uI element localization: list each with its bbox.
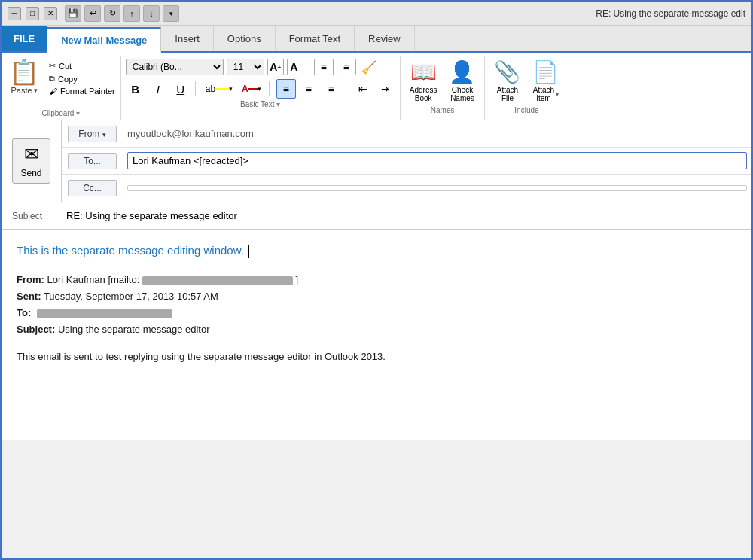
decrease-indent-button[interactable]: ⇤ bbox=[353, 79, 373, 99]
redo-icon[interactable]: ↻ bbox=[104, 5, 120, 22]
check-names-button[interactable]: 👤 CheckNames bbox=[444, 57, 480, 105]
names-group: 📖 AddressBook 👤 CheckNames Names bbox=[401, 56, 486, 120]
to-button[interactable]: To... bbox=[68, 153, 117, 169]
numbered-list-button[interactable]: ≡ bbox=[337, 59, 356, 75]
underline-button[interactable]: U bbox=[171, 79, 191, 99]
quote-to-line: To: bbox=[17, 305, 736, 321]
italic-button[interactable]: I bbox=[148, 79, 168, 99]
save-icon[interactable]: 💾 bbox=[65, 5, 81, 22]
address-book-label: AddressBook bbox=[410, 86, 437, 102]
bold-button[interactable]: B bbox=[126, 79, 145, 99]
window-title: RE: Using the separate message edit bbox=[596, 8, 745, 19]
cut-icon: ✂ bbox=[49, 61, 56, 71]
mail-body[interactable]: This is the separate message editing win… bbox=[2, 230, 751, 440]
quote-body-text: This email is sent to test replying usin… bbox=[17, 351, 386, 362]
include-group: 📎 AttachFile 📄 AttachItem ▾ Include bbox=[485, 56, 568, 120]
subject-label: Subject bbox=[2, 208, 62, 224]
font-size-increase-button[interactable]: A+ bbox=[267, 59, 284, 75]
down-icon[interactable]: ↓ bbox=[143, 5, 160, 22]
attach-item-button[interactable]: 📄 AttachItem ▾ bbox=[528, 57, 563, 105]
basic-text-group-label: Basic Text ▾ bbox=[126, 99, 395, 111]
address-book-icon: 📖 bbox=[410, 59, 437, 84]
quote-subject-value: Using the separate message editor bbox=[58, 324, 210, 335]
mail-quote: From: Lori Kaufman [mailto: ] Sent: Tues… bbox=[17, 272, 736, 365]
quote-from-value: Lori Kaufman [mailto: bbox=[47, 274, 139, 285]
ribbon: 📋 Paste ▾ ✂ Cut ⧉ Copy 🖌 Format Painter bbox=[2, 53, 751, 120]
names-buttons: 📖 AddressBook 👤 CheckNames bbox=[405, 57, 480, 105]
quote-subject-line: Subject: Using the separate message edit… bbox=[17, 321, 736, 338]
quote-from-label: From: bbox=[17, 274, 44, 285]
text-highlight-button[interactable]: ab ▾ bbox=[203, 82, 236, 96]
minimize-button[interactable]: ─ bbox=[8, 7, 21, 20]
close-button[interactable]: ✕ bbox=[44, 7, 57, 20]
from-button[interactable]: From ▾ bbox=[68, 126, 117, 142]
check-names-icon: 👤 bbox=[449, 59, 475, 84]
quote-from-line: From: Lori Kaufman [mailto: ] bbox=[17, 272, 736, 288]
font-size-select[interactable]: 11 bbox=[227, 59, 264, 75]
align-center-button[interactable]: ≡ bbox=[299, 79, 319, 99]
attach-file-label: AttachFile bbox=[497, 86, 518, 102]
maximize-button[interactable]: □ bbox=[26, 7, 39, 20]
tab-format-text[interactable]: Format Text bbox=[276, 26, 355, 51]
undo-icon[interactable]: ↩ bbox=[84, 5, 101, 22]
clipboard-side-buttons: ✂ Cut ⧉ Copy 🖌 Format Painter bbox=[47, 57, 117, 96]
format-row: B I U ab ▾ A ▾ ≡ ≡ ≡ ⇤ ⇥ bbox=[126, 79, 395, 99]
customize-icon[interactable]: ▾ bbox=[163, 5, 179, 22]
paste-button[interactable]: 📋 Paste ▾ bbox=[5, 57, 44, 98]
attach-item-icon: 📄 bbox=[532, 59, 559, 84]
from-arrow-icon[interactable]: ▾ bbox=[102, 131, 106, 138]
tab-options[interactable]: Options bbox=[214, 26, 276, 51]
tab-insert[interactable]: Insert bbox=[161, 26, 214, 51]
font-color-button[interactable]: A ▾ bbox=[239, 82, 264, 96]
cut-button[interactable]: ✂ Cut bbox=[47, 60, 117, 72]
subject-value[interactable]: RE: Using the separate message editor bbox=[62, 207, 751, 224]
send-icon: ✉ bbox=[24, 144, 39, 165]
title-bar: ─ □ ✕ 💾 ↩ ↻ ↑ ↓ ▾ RE: Using the separate… bbox=[2, 2, 751, 26]
cc-button[interactable]: Cc... bbox=[68, 180, 117, 196]
quote-sent-value: Tuesday, September 17, 2013 10:57 AM bbox=[44, 291, 218, 302]
to-field[interactable]: Lori Kaufman <[redacted]> bbox=[127, 152, 747, 169]
increase-indent-button[interactable]: ⇥ bbox=[376, 79, 395, 99]
tab-file[interactable]: FILE bbox=[2, 26, 47, 51]
align-left-button[interactable]: ≡ bbox=[276, 79, 296, 99]
clipboard-expand-icon[interactable]: ▾ bbox=[76, 109, 80, 117]
clipboard-buttons: 📋 Paste ▾ ✂ Cut ⧉ Copy 🖌 Format Painter bbox=[5, 57, 117, 108]
format-painter-button[interactable]: 🖌 Format Painter bbox=[47, 86, 117, 96]
field-rows: From ▾ myoutlook@lorikaufman.com To... L… bbox=[62, 120, 751, 202]
include-group-label: Include bbox=[489, 105, 563, 117]
quote-sent-label: Sent: bbox=[17, 291, 41, 302]
text-cursor bbox=[248, 245, 249, 258]
up-icon[interactable]: ↑ bbox=[123, 5, 140, 22]
basic-text-group: Calibri (Bo... 11 A+ A- ≡ ≡ 🧹 B I U ab ▾… bbox=[121, 56, 401, 120]
names-group-label: Names bbox=[405, 105, 480, 117]
clear-formatting-icon[interactable]: 🧹 bbox=[359, 57, 379, 77]
address-book-button[interactable]: 📖 AddressBook bbox=[405, 57, 442, 105]
attach-item-label: AttachItem bbox=[533, 86, 554, 102]
subject-row: Subject RE: Using the separate message e… bbox=[2, 202, 751, 229]
ribbon-tabs: FILE New Mail Message Insert Options For… bbox=[2, 26, 751, 53]
font-size-decrease-button[interactable]: A- bbox=[287, 59, 303, 75]
quote-subject-label: Subject: bbox=[17, 324, 55, 335]
attach-file-icon: 📎 bbox=[494, 59, 520, 84]
include-buttons: 📎 AttachFile 📄 AttachItem ▾ bbox=[489, 57, 563, 105]
paste-icon: 📋 bbox=[9, 60, 39, 84]
attach-file-button[interactable]: 📎 AttachFile bbox=[489, 57, 525, 105]
send-button[interactable]: ✉ Send bbox=[12, 138, 50, 184]
cc-field[interactable] bbox=[127, 185, 747, 191]
cut-label: Cut bbox=[59, 62, 72, 71]
format-painter-label: Format Painter bbox=[60, 87, 115, 96]
window-controls[interactable]: ─ □ ✕ bbox=[8, 7, 57, 20]
attach-item-arrow[interactable]: ▾ bbox=[556, 91, 559, 98]
to-email-redacted bbox=[37, 309, 172, 318]
font-family-select[interactable]: Calibri (Bo... bbox=[126, 59, 224, 75]
basic-text-expand-icon[interactable]: ▾ bbox=[276, 100, 280, 108]
tab-review[interactable]: Review bbox=[355, 26, 415, 51]
from-value: myoutlook@lorikaufman.com bbox=[123, 125, 751, 142]
quote-sent-line: Sent: Tuesday, September 17, 2013 10:57 … bbox=[17, 288, 736, 305]
align-right-button[interactable]: ≡ bbox=[322, 79, 341, 99]
paste-dropdown-arrow[interactable]: ▾ bbox=[34, 87, 38, 94]
bullet-list-button[interactable]: ≡ bbox=[314, 59, 334, 75]
copy-button[interactable]: ⧉ Copy bbox=[47, 73, 117, 84]
tab-new-mail[interactable]: New Mail Message bbox=[47, 27, 161, 53]
format-painter-icon: 🖌 bbox=[49, 87, 57, 96]
